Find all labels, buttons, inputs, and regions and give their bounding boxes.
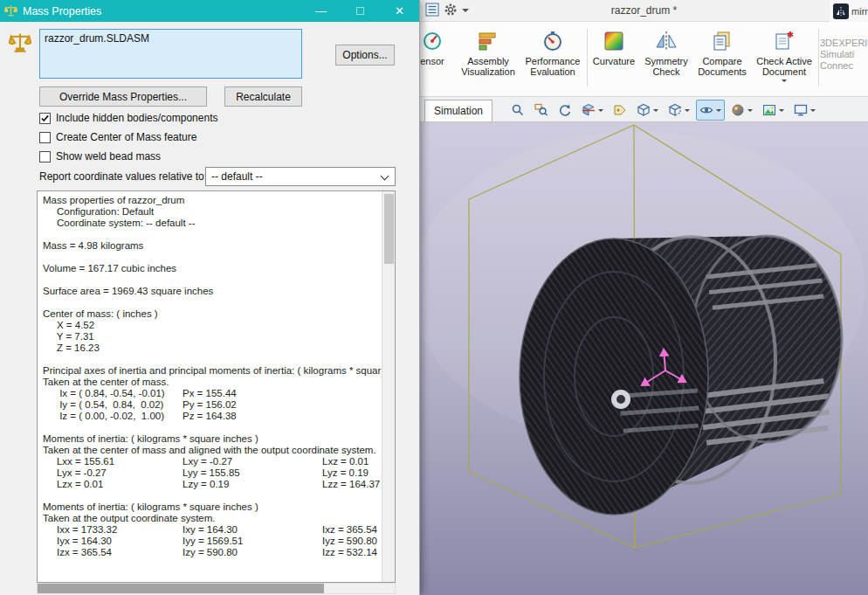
solidworks-window: razzor_drum * mirr ensor Assembly Visual… [420, 0, 868, 595]
checkbox-box[interactable] [39, 151, 51, 163]
ribbon-performance-evaluation-button[interactable]: Performance Evaluation [520, 25, 586, 93]
performance-evaluation-icon [541, 28, 564, 54]
coordinate-system-dropdown[interactable]: -- default -- [205, 167, 396, 186]
dynamic-annotation-icon [611, 101, 629, 119]
section-view-button[interactable] [578, 100, 607, 121]
quick-access-toolbar [425, 3, 469, 19]
assembly-visualization-icon [477, 28, 499, 54]
zoom-fit-icon [509, 101, 527, 119]
previous-view-icon [556, 101, 574, 119]
checkbox-label: Include hidden bodies/components [56, 112, 217, 124]
gear-icon[interactable] [444, 3, 458, 19]
command-manager-ribbon: ensor Assembly Visualization Performance… [420, 22, 868, 97]
chevron-down-icon[interactable] [653, 109, 658, 114]
checkbox-label: Create Center of Mass feature [56, 131, 196, 143]
threedexperience-line: Simulati [820, 49, 868, 60]
dialog-titlebar[interactable]: Mass Properties — ✕ [0, 0, 419, 22]
recalculate-button[interactable]: Recalculate [224, 86, 302, 107]
document-title: razzor_drum * [420, 4, 868, 17]
zoom-fit-button[interactable] [507, 100, 528, 121]
curvature-icon [603, 28, 625, 54]
view-settings-button[interactable] [790, 100, 819, 121]
mass-properties-results[interactable]: Mass properties of razzor_drum Configura… [37, 190, 396, 583]
ribbon-assembly-visualization-button[interactable]: Assembly Visualization [455, 25, 521, 93]
checkbox-box[interactable] [39, 132, 51, 143]
minimize-button[interactable]: — [301, 0, 341, 22]
dynamic-annotation-button[interactable] [610, 100, 630, 121]
checkbox-include-hidden-bodies[interactable]: Include hidden bodies/components [39, 111, 217, 125]
chevron-down-icon[interactable] [779, 109, 784, 114]
chevron-down-icon [381, 172, 389, 181]
maximize-button[interactable] [341, 0, 380, 22]
compare-documents-icon [711, 28, 734, 54]
checkbox-label: Show weld bead mass [56, 150, 161, 163]
zoom-area-button[interactable] [531, 100, 552, 121]
close-button[interactable]: ✕ [380, 0, 419, 22]
chevron-down-icon[interactable] [782, 80, 787, 85]
results-vertical-scrollbar[interactable] [382, 191, 395, 582]
apply-scene-button[interactable] [759, 100, 788, 121]
ribbon-symmetry-check-button[interactable]: Symmetry Check [639, 25, 693, 93]
chevron-down-icon[interactable] [685, 109, 690, 114]
maximize-icon [356, 7, 364, 15]
previous-view-button[interactable] [555, 100, 575, 121]
dialog-title: Mass Properties [23, 5, 301, 17]
options-button[interactable]: Options... [335, 45, 395, 66]
ribbon-compare-documents-button[interactable]: Compare Documents [694, 25, 750, 93]
document-name-field[interactable]: razzor_drum.SLDASM [39, 29, 302, 79]
threedexperience-line: 3DEXPERIE [820, 38, 868, 49]
check-active-document-icon [773, 28, 796, 54]
chevron-down-icon[interactable] [810, 109, 816, 114]
ribbon-sensor-button[interactable]: ensor [420, 25, 455, 93]
mirror-icon [833, 3, 849, 19]
eye-icon [698, 101, 715, 119]
chevron-down-icon[interactable] [462, 9, 469, 16]
scrollbar-thumb[interactable] [384, 194, 394, 264]
symmetry-check-icon [655, 28, 678, 54]
dropdown-value: -- default -- [211, 170, 263, 183]
command-tabs-row: Simulation [420, 97, 868, 122]
checkbox-create-center-of-mass[interactable]: Create Center of Mass feature [39, 130, 196, 144]
scrollbar-thumb[interactable] [38, 584, 324, 593]
edit-appearance-button[interactable] [727, 100, 756, 121]
mass-properties-icon [4, 4, 17, 17]
feature-manager-icon[interactable] [425, 3, 439, 19]
monitor-icon [792, 101, 809, 119]
view-orientation-icon [635, 101, 652, 119]
threedexperience-line: Connec [820, 60, 868, 72]
viewport-canvas [420, 122, 868, 595]
scene-icon [761, 101, 778, 119]
mass-properties-dialog: Mass Properties — ✕ razzor_drum.SLDASM O… [0, 0, 420, 595]
heads-up-view-toolbar [507, 100, 822, 121]
checkbox-box[interactable] [39, 113, 51, 124]
hide-show-items-button[interactable] [696, 100, 725, 121]
view-orientation-button[interactable] [633, 100, 662, 121]
appearance-ball-icon [729, 101, 747, 119]
chevron-down-icon[interactable] [747, 109, 753, 114]
threedexperience-panel: 3DEXPERIE Simulati Connec [820, 38, 868, 72]
coordinate-values-label: Report coordinate values relative to: [39, 167, 207, 186]
override-mass-properties-button[interactable]: Override Mass Properties... [39, 86, 207, 107]
mirror-panel[interactable]: mirr [830, 0, 868, 22]
display-style-button[interactable] [665, 100, 693, 121]
results-horizontal-scrollbar[interactable] [37, 583, 396, 594]
ribbon-separator [587, 29, 588, 86]
results-text: Mass properties of razzor_drum Configura… [38, 191, 395, 558]
display-style-icon [666, 101, 684, 119]
mirror-label: mirr [851, 6, 868, 17]
graphics-viewport[interactable] [420, 122, 868, 595]
sensor-icon [421, 28, 444, 54]
scale-icon [9, 31, 31, 57]
check-icon [40, 114, 50, 123]
ribbon-separator [818, 29, 819, 86]
zoom-area-icon [533, 101, 550, 119]
ribbon-curvature-button[interactable]: Curvature [589, 25, 638, 93]
chevron-down-icon[interactable] [716, 109, 721, 114]
checkbox-show-weld-bead-mass[interactable]: Show weld bead mass [39, 149, 161, 163]
ribbon-check-active-document-button[interactable]: Check Active Document [751, 25, 817, 93]
chevron-down-icon[interactable] [598, 109, 603, 114]
app-titlebar: razzor_drum * mirr [420, 0, 868, 22]
tab-simulation[interactable]: Simulation [424, 100, 493, 121]
section-view-icon [580, 101, 597, 119]
